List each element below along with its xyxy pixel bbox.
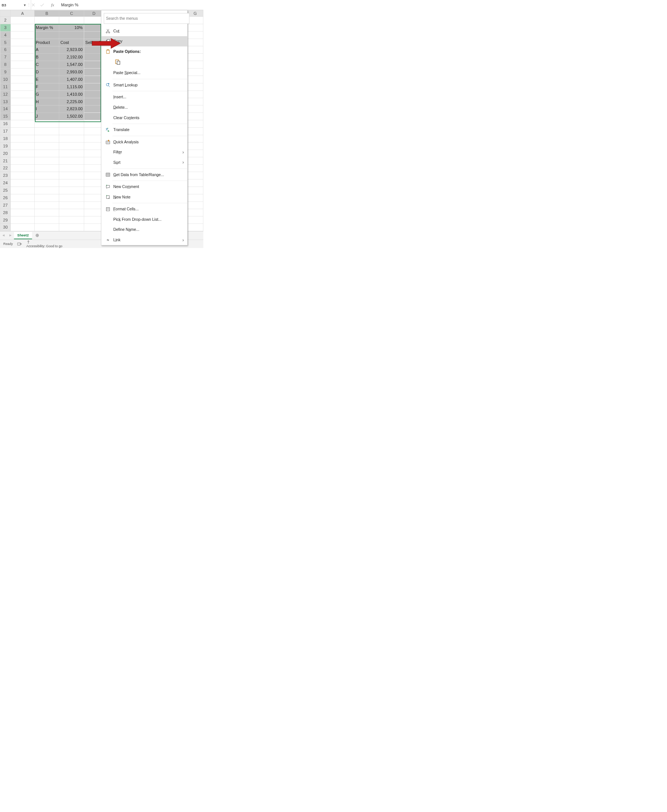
col-header[interactable]: C: [59, 10, 84, 17]
row-header[interactable]: 12: [0, 91, 10, 98]
cell[interactable]: [187, 187, 203, 194]
row-header[interactable]: 30: [0, 224, 10, 231]
row-header[interactable]: 5: [0, 39, 10, 46]
macro-record-icon[interactable]: [18, 242, 22, 246]
name-box-input[interactable]: [0, 3, 23, 7]
cell[interactable]: G: [34, 91, 59, 98]
cell[interactable]: [10, 113, 34, 120]
cell[interactable]: [34, 164, 59, 172]
select-all-corner[interactable]: [0, 10, 10, 17]
cell[interactable]: Cost: [59, 39, 84, 46]
cell[interactable]: D: [34, 68, 59, 76]
add-sheet-button[interactable]: ⊕: [32, 233, 42, 238]
cell[interactable]: 2,923.00: [59, 46, 84, 54]
cell[interactable]: 1,547.00: [59, 61, 84, 68]
cell[interactable]: [34, 120, 59, 128]
menu-item-sort[interactable]: Sort ›: [101, 157, 187, 168]
row-header[interactable]: 23: [0, 172, 10, 179]
cell[interactable]: [10, 164, 34, 172]
cell[interactable]: [10, 187, 34, 194]
cell[interactable]: [59, 150, 84, 157]
cell[interactable]: [187, 39, 203, 46]
menu-item-filter[interactable]: Filter ›: [101, 147, 187, 157]
cell[interactable]: [187, 98, 203, 105]
cell[interactable]: [10, 194, 34, 201]
row-header[interactable]: 11: [0, 83, 10, 91]
cell[interactable]: [59, 135, 84, 142]
cell[interactable]: [34, 201, 59, 209]
cell[interactable]: [187, 83, 203, 91]
cell[interactable]: [187, 61, 203, 68]
cell[interactable]: 2,993.00: [59, 68, 84, 76]
cell[interactable]: [187, 201, 203, 209]
cell[interactable]: H: [34, 98, 59, 105]
cell[interactable]: [187, 24, 203, 31]
cell[interactable]: [59, 17, 84, 24]
cell[interactable]: [10, 91, 34, 98]
row-header[interactable]: 8: [0, 61, 10, 68]
cell[interactable]: [10, 76, 34, 83]
cell[interactable]: [34, 187, 59, 194]
menu-item-new-note[interactable]: + New Note: [101, 192, 187, 202]
cell[interactable]: [187, 194, 203, 201]
cell[interactable]: [187, 150, 203, 157]
cell[interactable]: A: [34, 46, 59, 54]
cell[interactable]: Product: [34, 39, 59, 46]
row-header[interactable]: 27: [0, 201, 10, 209]
menu-item-new-comment[interactable]: + New Comment: [101, 182, 187, 192]
cell[interactable]: [187, 135, 203, 142]
cell[interactable]: [187, 157, 203, 164]
row-header[interactable]: 20: [0, 150, 10, 157]
cell[interactable]: [187, 209, 203, 216]
menu-item-link[interactable]: Link ›: [101, 235, 187, 245]
cell[interactable]: [59, 31, 84, 39]
cell[interactable]: [187, 17, 203, 24]
cell[interactable]: [34, 31, 59, 39]
cell[interactable]: 10%: [59, 24, 84, 31]
cell[interactable]: [10, 54, 34, 61]
cell[interactable]: 1,407.00: [59, 76, 84, 83]
menu-item-get-data[interactable]: Get Data from Table/Range...: [101, 169, 187, 180]
cell[interactable]: [34, 194, 59, 201]
menu-item-translate[interactable]: 文a Translate: [101, 125, 187, 135]
spreadsheet-grid[interactable]: A B C D G 23Margin %10%45ProductCostSell…: [0, 10, 203, 231]
cell[interactable]: [10, 201, 34, 209]
row-header[interactable]: 6: [0, 46, 10, 54]
cell[interactable]: [10, 135, 34, 142]
cell[interactable]: [59, 142, 84, 150]
cell[interactable]: [187, 142, 203, 150]
row-header[interactable]: 7: [0, 54, 10, 61]
name-box-dropdown-icon[interactable]: ▾: [23, 3, 27, 7]
cell[interactable]: [34, 128, 59, 135]
row-header[interactable]: 3: [0, 24, 10, 31]
cell[interactable]: E: [34, 76, 59, 83]
cell[interactable]: [10, 209, 34, 216]
row-header[interactable]: 28: [0, 209, 10, 216]
cell[interactable]: [10, 157, 34, 164]
col-header[interactable]: A: [10, 10, 34, 17]
cell[interactable]: [187, 105, 203, 113]
cell[interactable]: [187, 54, 203, 61]
cell[interactable]: [187, 216, 203, 224]
col-header[interactable]: B: [34, 10, 59, 17]
col-header[interactable]: G: [187, 10, 203, 17]
drag-handle-icon[interactable]: ⋮: [27, 3, 31, 7]
cell[interactable]: [59, 179, 84, 187]
menu-item-insert[interactable]: Insert...: [101, 92, 187, 103]
menu-item-paste-special[interactable]: Paste Special...: [101, 68, 187, 78]
cell[interactable]: [187, 113, 203, 120]
cell[interactable]: [34, 150, 59, 157]
cell[interactable]: 2,225.00: [59, 98, 84, 105]
cell[interactable]: [10, 142, 34, 150]
row-header[interactable]: 24: [0, 179, 10, 187]
menu-item-cut[interactable]: Cut: [101, 26, 187, 36]
menu-item-smart-lookup[interactable]: Smart Lookup: [101, 80, 187, 91]
sheet-tab-active[interactable]: Sheet2: [14, 232, 32, 239]
paste-default-button[interactable]: [113, 58, 122, 66]
cell[interactable]: [10, 17, 34, 24]
cell[interactable]: [10, 172, 34, 179]
tab-nav-next-icon[interactable]: ►: [7, 234, 14, 237]
cell[interactable]: [187, 224, 203, 231]
cell[interactable]: [10, 216, 34, 224]
row-header[interactable]: 22: [0, 164, 10, 172]
